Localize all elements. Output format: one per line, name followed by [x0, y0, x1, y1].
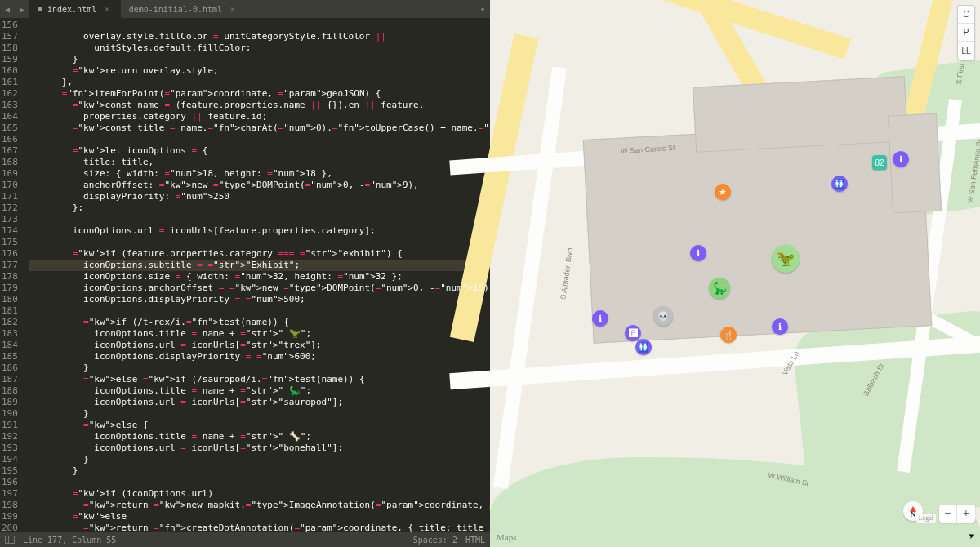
tab-close-icon[interactable]: × [230, 5, 234, 13]
tab-label: demo-initial-0.html [129, 5, 222, 14]
map-control-c[interactable]: C [958, 6, 974, 24]
code-editor[interactable]: 1561571581591601611621631641651661671681… [0, 18, 490, 532]
map-legal-link[interactable]: Legal [916, 514, 936, 523]
map-annotation[interactable]: ℹ︎ [772, 318, 788, 335]
map-control-ll[interactable]: LL [958, 42, 974, 60]
editor-pane: ◀ ▶ index.html × demo-initial-0.html × ▾… [0, 0, 490, 547]
indent-setting[interactable]: Spaces: 2 [413, 536, 457, 545]
map-annotation[interactable]: 🦕 [709, 278, 730, 299]
map-annotation[interactable]: 🅿︎ [625, 325, 641, 341]
map-annotation[interactable]: 🚻 [635, 339, 652, 355]
panel-layout-icon[interactable] [5, 536, 15, 544]
map-preview-pane: W San Carlos St S Almaden Blvd S First S… [490, 0, 980, 547]
map-annotation[interactable]: ℹ︎ [592, 310, 608, 327]
tab-demo-initial[interactable]: demo-initial-0.html × [121, 0, 247, 18]
line-number-gutter: 1561571581591601611621631641651661671681… [0, 18, 24, 532]
apple-maps-logo: Maps [497, 532, 516, 542]
tab-bar: ◀ ▶ index.html × demo-initial-0.html × ▾ [0, 0, 490, 18]
map-annotation[interactable]: 🚻 [831, 176, 848, 192]
map-annotation[interactable]: ℹ︎ [690, 245, 706, 261]
zoom-controls: − + [939, 505, 975, 523]
cursor-position: Line 177, Column 55 [23, 536, 116, 545]
syntax-mode[interactable]: HTML [466, 536, 485, 545]
tab-overflow-dropdown-icon[interactable]: ▾ [475, 0, 490, 18]
street-label: S Almaden Blvd [559, 247, 574, 300]
tab-label: index.html [47, 5, 96, 14]
map-annotation[interactable]: 82 [872, 155, 887, 170]
map-annotation[interactable]: ★ [715, 184, 731, 200]
code-area[interactable]: overlay.style.fillColor = unitCategorySt… [24, 18, 490, 532]
zoom-in-button[interactable]: + [957, 505, 975, 523]
map-control-p[interactable]: P [958, 24, 974, 42]
map-annotation[interactable]: 💀 [653, 306, 673, 326]
map-mode-controls: C P LL [957, 5, 975, 60]
tab-close-icon[interactable]: × [105, 5, 109, 13]
map-annotation[interactable]: 🍴 [720, 327, 737, 343]
tab-dirty-dot-icon [38, 7, 42, 11]
status-bar: Line 177, Column 55 Spaces: 2 HTML [0, 532, 490, 547]
nav-back-icon[interactable]: ◀ [0, 0, 15, 18]
map-canvas[interactable]: W San Carlos St S Almaden Blvd S First S… [490, 0, 980, 547]
nav-forward-icon[interactable]: ▶ [15, 0, 29, 18]
map-annotation[interactable]: ℹ︎ [893, 151, 909, 167]
map-annotation[interactable]: 🦖 [772, 245, 800, 273]
tab-index-html[interactable]: index.html × [29, 0, 121, 18]
zoom-out-button[interactable]: − [939, 505, 957, 523]
